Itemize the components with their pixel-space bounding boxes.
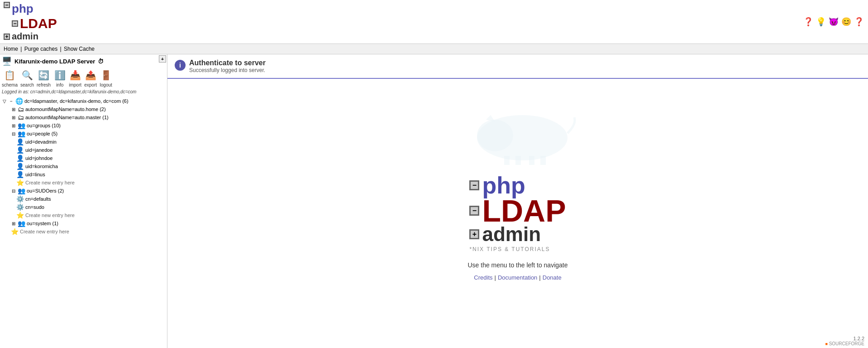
- toolbar: 📋 schema 🔍 search 🔄 refresh ℹ️ info 📥 im…: [2, 69, 165, 87]
- big-plus-icon: +: [469, 229, 479, 239]
- refresh-label: refresh: [37, 82, 51, 87]
- question2-icon[interactable]: ❓: [854, 16, 864, 27]
- export-icon: 📤: [84, 69, 97, 82]
- expand-button[interactable]: +: [159, 55, 166, 63]
- create-sudo-icon: ⭐: [16, 212, 24, 219]
- top-header: − php − LDAP + admin: [0, 0, 868, 44]
- right-panel: i Authenticate to server Successfully lo…: [167, 54, 868, 348]
- refresh-button[interactable]: 🔄 refresh: [37, 69, 51, 87]
- svg-rect-3: [504, 156, 510, 165]
- logo-admin: admin: [12, 31, 38, 42]
- logout-button[interactable]: 🚪 logout: [100, 69, 112, 87]
- import-icon: 📥: [69, 69, 81, 82]
- schema-label: schema: [2, 82, 18, 87]
- nav-bar: Home | Purge caches | Show Cache: [0, 44, 868, 54]
- header-icons: ❓ 💡 😈 😊 ❓: [803, 16, 864, 27]
- svg-point-0: [477, 115, 568, 160]
- help-icon[interactable]: ❓: [803, 16, 814, 27]
- main-layout: + 🖥️ Kifarunix-demo LDAP Server ⏱ 📋 sche…: [0, 54, 868, 348]
- info-button[interactable]: ℹ️ info: [53, 69, 66, 87]
- smiley-icon[interactable]: 😊: [841, 16, 852, 27]
- sep1: |: [495, 274, 496, 281]
- schema-button[interactable]: 📋 schema: [2, 69, 18, 87]
- center-content: − php − LDAP + admin *NIX TIPS & TUTORIA…: [167, 79, 868, 348]
- export-label: export: [84, 82, 97, 87]
- svg-rect-4: [515, 156, 521, 165]
- schema-icon: 📋: [4, 69, 16, 82]
- auth-title: Authenticate to server: [189, 59, 266, 67]
- version-footer: 1.2.2 ■ SOURCEFORGE: [825, 336, 864, 346]
- root-toggle: ▽: [2, 99, 7, 104]
- logo-plus-box: +: [4, 34, 10, 40]
- tree-automount-home[interactable]: ⊞ 🗂 automountMapName=auto.home (2): [2, 105, 165, 113]
- tree-container: ▽ − 🌐 dc=ldapmaster, dc=kifarunix-demo, …: [2, 97, 165, 236]
- clock-icon: ⏱: [98, 58, 104, 65]
- server-title: 🖥️ Kifarunix-demo LDAP Server ⏱: [2, 56, 165, 66]
- tree-create-people[interactable]: ⭐ Create new entry here: [2, 179, 165, 187]
- svg-rect-5: [529, 156, 534, 165]
- bulb-icon[interactable]: 💡: [816, 16, 826, 27]
- bottom-links: Credits | Documentation | Donate: [474, 274, 561, 281]
- home-link[interactable]: Home: [4, 46, 18, 52]
- tree-create-sudo[interactable]: ⭐ Create new entry here: [2, 211, 165, 219]
- sep2: |: [539, 274, 540, 281]
- tree-johndoe[interactable]: 👤 uid=johndoe: [2, 154, 165, 162]
- big-minus-icon: −: [469, 180, 479, 190]
- import-label: import: [69, 82, 81, 87]
- tree-linus[interactable]: 👤 uid=linus: [2, 170, 165, 179]
- create-root-icon: ⭐: [11, 228, 19, 235]
- svg-point-1: [477, 120, 513, 151]
- nix-tagline: *NIX TIPS & TUTORIALS: [469, 246, 550, 252]
- tree-automount-master[interactable]: ⊞ 🗂 automountMapName=auto.master (1): [2, 113, 165, 121]
- tree-groups[interactable]: ⊞ 👥 ou=groups (10): [2, 121, 165, 130]
- version-number: 1.2.2: [825, 336, 864, 341]
- show-cache-link[interactable]: Show Cache: [64, 46, 95, 52]
- info-circle-icon: i: [175, 60, 186, 71]
- auth-text: Authenticate to server Successfully logg…: [189, 59, 266, 73]
- export-button[interactable]: 📤 export: [84, 69, 97, 87]
- devil-icon[interactable]: 😈: [828, 16, 839, 27]
- tree-sudo[interactable]: ⚙️ cn=sudo: [2, 203, 165, 211]
- import-button[interactable]: 📥 import: [69, 69, 81, 87]
- server-icon: 🖥️: [2, 56, 12, 66]
- logo-area: − php − LDAP + admin: [4, 2, 57, 42]
- auth-message: i Authenticate to server Successfully lo…: [167, 54, 868, 79]
- tree-create-root[interactable]: ⭐ Create new entry here: [2, 227, 165, 236]
- create-people-icon: ⭐: [16, 179, 24, 186]
- big-admin-text: admin: [482, 224, 541, 244]
- big-ldap-text: LDAP: [482, 195, 566, 226]
- search-button[interactable]: 🔍 search: [20, 69, 34, 87]
- credits-link[interactable]: Credits: [474, 274, 492, 281]
- tree-sudoers[interactable]: ⊟ 👥 ou=SUDOers (2): [2, 187, 165, 195]
- info-label: info: [56, 82, 63, 87]
- svg-rect-6: [540, 156, 546, 165]
- tree-defaults[interactable]: ⚙️ cn=defaults: [2, 195, 165, 203]
- logo-minus-box: −: [4, 2, 10, 8]
- svg-marker-2: [486, 115, 495, 122]
- search-icon: 🔍: [21, 69, 33, 82]
- documentation-link[interactable]: Documentation: [498, 274, 537, 281]
- logout-label: logout: [100, 82, 112, 87]
- server-name: Kifarunix-demo LDAP Server: [14, 58, 95, 65]
- tree-people[interactable]: ⊟ 👥 ou=people (5): [2, 130, 165, 138]
- tree-koromicha[interactable]: 👤 uid=koromicha: [2, 162, 165, 170]
- root-toggle2: −: [9, 99, 14, 104]
- tree-system[interactable]: ⊞ 👥 ou=system (1): [2, 219, 165, 227]
- donate-link[interactable]: Donate: [543, 274, 562, 281]
- tree-devadmin[interactable]: 👤 uid=devadmin: [2, 138, 165, 146]
- navigate-text: Use the menu to the left to navigate: [467, 261, 568, 269]
- purge-caches-link[interactable]: Purge caches: [24, 46, 57, 52]
- logged-in-info: Logged in as: cn=admin,dc=ldapmaster,dc=…: [2, 89, 165, 94]
- info-icon: ℹ️: [53, 69, 66, 82]
- sourceforge-logo: ■ SOURCEFORGE: [825, 341, 864, 346]
- search-label: search: [20, 82, 34, 87]
- auth-message-text: Successfully logged into server.: [189, 67, 266, 73]
- big-logo: − php − LDAP + admin *NIX TIPS & TUTORIA…: [469, 174, 566, 252]
- tree-janedoe[interactable]: 👤 uid=janedoe: [2, 146, 165, 154]
- tree-root[interactable]: ▽ − 🌐 dc=ldapmaster, dc=kifarunix-demo, …: [2, 97, 165, 105]
- big-minus2-icon: −: [469, 206, 479, 216]
- root-icon: 🌐: [15, 97, 23, 105]
- logo-ldap: LDAP: [20, 16, 57, 31]
- logout-icon: 🚪: [100, 69, 112, 82]
- refresh-icon: 🔄: [38, 69, 50, 82]
